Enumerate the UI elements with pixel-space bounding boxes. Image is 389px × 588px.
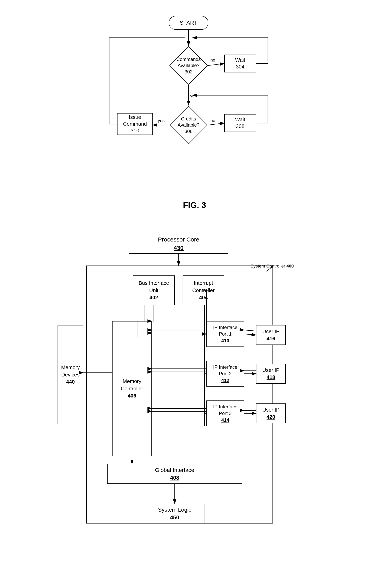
commands-label: CommandsAvailable?302	[176, 56, 201, 75]
wait-308-box: Wait308	[224, 114, 256, 132]
user-ip2-box: User IP 418	[256, 364, 286, 384]
svg-text:yes: yes	[190, 93, 197, 98]
ip-port2-box: IP Interface Port 2 412	[206, 361, 244, 387]
start-node: START	[169, 16, 208, 30]
fig3-flowchart: START CommandsAvailable?302 Wait304 Cred…	[105, 12, 284, 194]
fig3-label: FIG. 3	[183, 200, 206, 210]
system-controller-label: System Controller 400	[251, 264, 294, 269]
ip-port1-box: IP Interface Port 1 410	[206, 321, 244, 347]
fig3-arrows: no yes yes no	[105, 12, 284, 194]
memory-devices-box: Memory Devices 440	[58, 325, 83, 424]
interrupt-controller-box: Interrupt Controller 404	[183, 276, 224, 305]
memory-controller-box: Memory Controller 406	[112, 321, 152, 456]
fig3-section: START CommandsAvailable?302 Wait304 Cred…	[0, 0, 389, 222]
bus-interface-box: Bus Interface Unit 402	[133, 276, 175, 305]
wait-308-label: Wait308	[235, 116, 245, 130]
svg-text:yes: yes	[158, 118, 164, 123]
commands-diamond: CommandsAvailable?302	[169, 46, 208, 85]
processor-core-label: Processor Core	[158, 235, 199, 244]
fig4-section: Processor Core 430 System Controller 400…	[0, 222, 389, 588]
svg-text:no: no	[210, 58, 215, 62]
user-ip1-box: User IP 416	[256, 325, 286, 345]
wait-304-label: Wait304	[235, 57, 245, 70]
credits-diamond: CreditsAvailable?306	[169, 105, 208, 145]
svg-text:no: no	[210, 118, 215, 123]
processor-core-num: 430	[174, 245, 184, 251]
ip-port3-box: IP Interface Port 3 414	[206, 401, 244, 426]
processor-core-box: Processor Core 430	[129, 234, 228, 254]
user-ip3-box: User IP 420	[256, 403, 286, 423]
system-logic-box: System Logic 450	[145, 504, 204, 524]
fig4-diagram: Processor Core 430 System Controller 400…	[56, 230, 333, 588]
issue-command-label: Issue Command310	[118, 114, 152, 134]
issue-command-box: Issue Command310	[117, 113, 153, 135]
credits-label: CreditsAvailable?306	[178, 116, 199, 134]
global-interface-box: Global Interface 408	[107, 464, 242, 484]
svg-line-13	[208, 123, 224, 125]
start-label: START	[180, 20, 197, 26]
svg-line-4	[208, 63, 224, 65]
wait-304-box: Wait304	[224, 55, 256, 72]
